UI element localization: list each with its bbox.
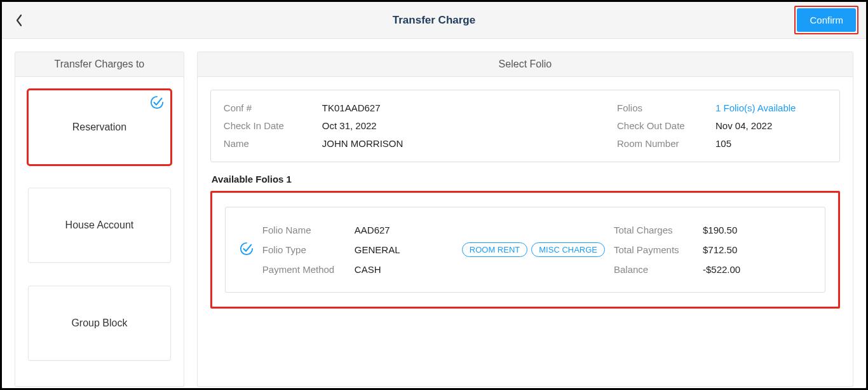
- conf-value: TK01AAD627: [322, 101, 381, 116]
- name-value: JOHN MORRISON: [322, 136, 403, 151]
- total-charges-value: $190.50: [703, 221, 737, 239]
- destination-label: Reservation: [72, 122, 126, 133]
- main-panel: Select Folio Conf #TK01AAD627 Check In D…: [197, 39, 866, 388]
- destination-list: Reservation House Account Group Block: [15, 77, 184, 373]
- confirm-highlight: Confirm: [794, 6, 858, 34]
- available-folios-label: Available Folios 1: [212, 174, 840, 185]
- destination-label: Group Block: [71, 317, 127, 329]
- folio-highlight: Folio NameAAD627 Folio TypeGENERAL Payme…: [210, 191, 840, 309]
- folio-right-col: Total Charges$190.50 Total Payments$712.…: [614, 220, 811, 279]
- total-charges-label: Total Charges: [614, 221, 703, 239]
- page-title: Transfer Charge: [393, 14, 475, 27]
- checkmark-icon: [240, 242, 254, 258]
- folio-name-label: Folio Name: [262, 221, 355, 239]
- folio-name-value: AAD627: [355, 221, 390, 239]
- topbar: Transfer Charge Confirm: [2, 2, 866, 39]
- total-payments-value: $712.50: [703, 241, 737, 258]
- sidebar-header: Transfer Charges to: [15, 52, 184, 77]
- select-folio-header: Select Folio: [197, 52, 853, 77]
- summary-col-left: Conf #TK01AAD627 Check In DateOct 31, 20…: [224, 99, 617, 153]
- folios-label: Folios: [617, 101, 715, 116]
- checkin-value: Oct 31, 2022: [322, 118, 377, 134]
- content: Transfer Charges to Reservation House Ac…: [2, 39, 866, 388]
- folio-type-label: Folio Type: [262, 241, 355, 258]
- back-button[interactable]: [10, 11, 29, 30]
- confirm-button[interactable]: Confirm: [797, 8, 856, 32]
- folio-tag: ROOM RENT: [462, 242, 527, 257]
- folio-tags: ROOM RENT MISC CHARGE: [462, 242, 605, 257]
- destination-group-block[interactable]: Group Block: [28, 286, 171, 361]
- destination-reservation[interactable]: Reservation: [28, 90, 171, 165]
- select-folio-body: Conf #TK01AAD627 Check In DateOct 31, 20…: [197, 77, 853, 387]
- checkmark-icon: [150, 95, 164, 112]
- reservation-summary: Conf #TK01AAD627 Check In DateOct 31, 20…: [210, 90, 840, 162]
- name-label: Name: [224, 136, 322, 151]
- destination-house-account[interactable]: House Account: [28, 188, 171, 263]
- balance-label: Balance: [614, 261, 703, 278]
- folio-left-col: Folio NameAAD627 Folio TypeGENERAL Payme…: [262, 220, 453, 279]
- folio-type-value: GENERAL: [355, 241, 400, 258]
- chevron-left-icon: [15, 14, 23, 27]
- sidebar-body: Reservation House Account Group Block: [15, 77, 184, 387]
- conf-label: Conf #: [224, 101, 322, 116]
- folio-card[interactable]: Folio NameAAD627 Folio TypeGENERAL Payme…: [225, 207, 825, 293]
- room-label: Room Number: [617, 136, 715, 151]
- payment-method-label: Payment Method: [262, 261, 355, 278]
- balance-value: -$522.00: [703, 261, 740, 278]
- checkin-label: Check In Date: [224, 118, 322, 134]
- checkout-label: Check Out Date: [617, 118, 715, 134]
- destination-label: House Account: [65, 219, 134, 231]
- payment-method-value: CASH: [355, 261, 381, 278]
- folios-available-link[interactable]: 1 Folio(s) Available: [715, 101, 796, 116]
- room-value: 105: [715, 136, 731, 151]
- sidebar: Transfer Charges to Reservation House Ac…: [2, 39, 197, 388]
- folio-tag: MISC CHARGE: [531, 242, 605, 257]
- checkout-value: Nov 04, 2022: [715, 118, 772, 134]
- total-payments-label: Total Payments: [614, 241, 703, 258]
- app-frame: Transfer Charge Confirm Transfer Charges…: [1, 1, 867, 389]
- summary-col-right: Folios1 Folio(s) Available Check Out Dat…: [617, 99, 827, 153]
